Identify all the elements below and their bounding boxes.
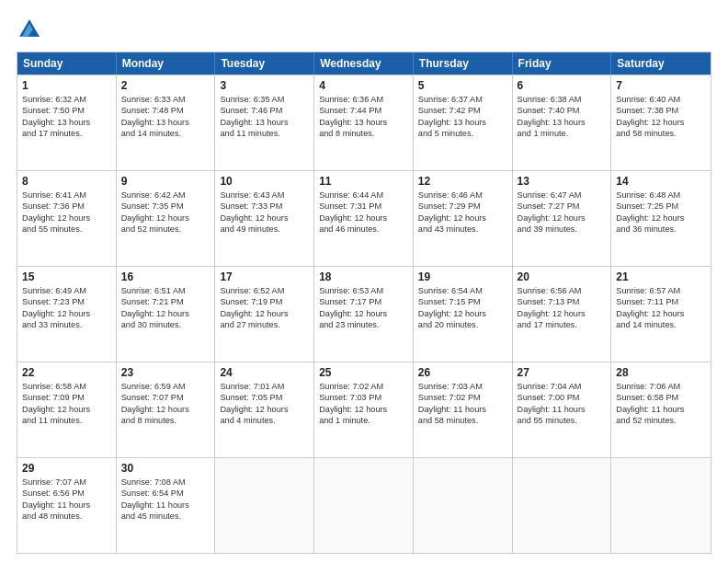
cell-line-2: Daylight: 11 hours [121,500,210,511]
day-cell-9: 9Sunrise: 6:42 AMSunset: 7:35 PMDaylight… [117,171,216,266]
cell-line-2: Daylight: 12 hours [616,213,706,224]
cell-line-2: Daylight: 13 hours [22,117,111,128]
cell-line-0: Sunrise: 6:54 AM [418,285,507,296]
cell-line-3: and 8 minutes. [319,128,408,139]
cell-line-0: Sunrise: 6:48 AM [616,190,706,201]
cell-line-3: and 49 minutes. [220,224,309,235]
cell-line-2: Daylight: 13 hours [220,117,309,128]
cell-line-3: and 39 minutes. [518,224,607,235]
cell-line-1: Sunset: 7:03 PM [319,392,408,403]
calendar-week-3: 15Sunrise: 6:49 AMSunset: 7:23 PMDayligh… [17,266,711,362]
day-cell-18: 18Sunrise: 6:53 AMSunset: 7:17 PMDayligh… [314,267,414,362]
cell-line-2: Daylight: 13 hours [518,117,607,128]
calendar-week-5: 29Sunrise: 7:07 AMSunset: 6:56 PMDayligh… [17,457,711,553]
day-number: 2 [121,79,210,92]
cell-line-2: Daylight: 11 hours [616,404,706,415]
cell-line-0: Sunrise: 7:04 AM [518,381,607,392]
cell-line-0: Sunrise: 6:59 AM [121,381,210,392]
day-cell-12: 12Sunrise: 6:46 AMSunset: 7:29 PMDayligh… [414,171,513,266]
cell-line-2: Daylight: 12 hours [22,213,111,224]
cell-line-1: Sunset: 7:21 PM [121,296,210,307]
header-cell-tuesday: Tuesday [215,52,314,75]
day-number: 4 [319,79,408,92]
cell-line-2: Daylight: 11 hours [22,500,111,511]
cell-line-2: Daylight: 11 hours [518,404,607,415]
cell-line-0: Sunrise: 6:36 AM [319,94,408,105]
cell-line-0: Sunrise: 7:03 AM [418,381,507,392]
day-cell-15: 15Sunrise: 6:49 AMSunset: 7:23 PMDayligh… [17,267,117,362]
cell-line-1: Sunset: 6:56 PM [22,488,111,499]
cell-line-1: Sunset: 7:40 PM [518,105,607,116]
cell-line-0: Sunrise: 7:01 AM [220,381,309,392]
header-cell-sunday: Sunday [17,52,117,75]
cell-line-3: and 58 minutes. [418,415,507,426]
cell-line-2: Daylight: 12 hours [22,404,111,415]
cell-line-3: and 45 minutes. [121,511,210,522]
cell-line-1: Sunset: 7:15 PM [418,296,507,307]
cell-line-0: Sunrise: 6:58 AM [22,381,111,392]
cell-line-3: and 36 minutes. [616,224,706,235]
day-cell-17: 17Sunrise: 6:52 AMSunset: 7:19 PMDayligh… [215,267,314,362]
cell-line-3: and 30 minutes. [121,319,210,330]
cell-line-3: and 11 minutes. [22,415,111,426]
cell-line-3: and 52 minutes. [616,415,706,426]
day-number: 1 [22,79,111,92]
day-cell-14: 14Sunrise: 6:48 AMSunset: 7:25 PMDayligh… [611,171,711,266]
cell-line-3: and 48 minutes. [22,511,111,522]
day-number: 16 [121,270,210,283]
day-cell-19: 19Sunrise: 6:54 AMSunset: 7:15 PMDayligh… [414,267,513,362]
cell-line-3: and 58 minutes. [616,128,706,139]
cell-line-2: Daylight: 12 hours [616,308,706,319]
day-number: 22 [22,366,111,379]
day-cell-2: 2Sunrise: 6:33 AMSunset: 7:48 PMDaylight… [117,75,216,170]
day-number: 26 [418,366,507,379]
cell-line-2: Daylight: 12 hours [22,308,111,319]
cell-line-1: Sunset: 7:42 PM [418,105,507,116]
cell-line-3: and 43 minutes. [418,224,507,235]
day-number: 19 [418,270,507,283]
cell-line-1: Sunset: 7:48 PM [121,105,210,116]
day-cell-25: 25Sunrise: 7:02 AMSunset: 7:03 PMDayligh… [314,362,414,457]
day-number: 7 [616,79,706,92]
page: SundayMondayTuesdayWednesdayThursdayFrid… [0,0,728,563]
cell-line-3: and 23 minutes. [319,319,408,330]
cell-line-1: Sunset: 7:17 PM [319,296,408,307]
cell-line-1: Sunset: 7:02 PM [418,392,507,403]
day-number: 9 [121,175,210,188]
cell-line-1: Sunset: 7:27 PM [518,201,607,212]
cell-line-0: Sunrise: 6:52 AM [220,285,309,296]
cell-line-1: Sunset: 7:31 PM [319,201,408,212]
cell-line-2: Daylight: 12 hours [319,308,408,319]
day-cell-26: 26Sunrise: 7:03 AMSunset: 7:02 PMDayligh… [414,362,513,457]
calendar-header: SundayMondayTuesdayWednesdayThursdayFrid… [17,52,711,75]
cell-line-2: Daylight: 12 hours [220,308,309,319]
header-cell-wednesday: Wednesday [314,52,414,75]
cell-line-1: Sunset: 7:23 PM [22,296,111,307]
header-cell-monday: Monday [117,52,216,75]
cell-line-2: Daylight: 13 hours [121,117,210,128]
day-cell-22: 22Sunrise: 6:58 AMSunset: 7:09 PMDayligh… [17,362,117,457]
cell-line-1: Sunset: 7:44 PM [319,105,408,116]
cell-line-2: Daylight: 12 hours [121,404,210,415]
cell-line-1: Sunset: 7:11 PM [616,296,706,307]
cell-line-2: Daylight: 13 hours [319,117,408,128]
cell-line-0: Sunrise: 6:43 AM [220,190,309,201]
empty-cell [513,458,612,553]
empty-cell [314,458,414,553]
cell-line-3: and 20 minutes. [418,319,507,330]
cell-line-0: Sunrise: 6:46 AM [418,190,507,201]
day-cell-10: 10Sunrise: 6:43 AMSunset: 7:33 PMDayligh… [215,171,314,266]
cell-line-3: and 55 minutes. [518,415,607,426]
cell-line-3: and 46 minutes. [319,224,408,235]
cell-line-0: Sunrise: 6:56 AM [518,285,607,296]
logo [17,17,46,42]
day-number: 13 [518,175,607,188]
day-number: 23 [121,366,210,379]
cell-line-1: Sunset: 7:25 PM [616,201,706,212]
day-number: 25 [319,366,408,379]
cell-line-1: Sunset: 7:00 PM [518,392,607,403]
cell-line-1: Sunset: 7:35 PM [121,201,210,212]
day-cell-21: 21Sunrise: 6:57 AMSunset: 7:11 PMDayligh… [611,267,711,362]
cell-line-1: Sunset: 7:33 PM [220,201,309,212]
cell-line-2: Daylight: 12 hours [518,308,607,319]
